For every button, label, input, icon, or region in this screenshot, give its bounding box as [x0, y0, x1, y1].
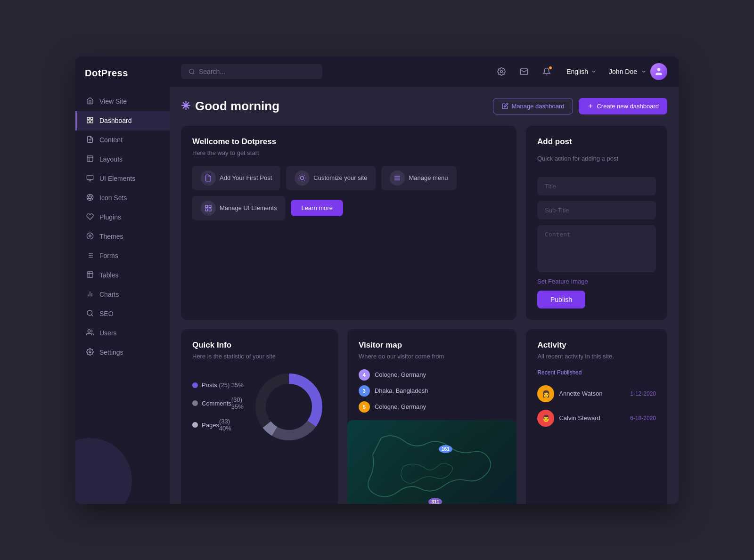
manage-menu-label: Manage menu — [409, 174, 448, 181]
stat-name: Comments — [202, 400, 231, 407]
sidebar-item-content[interactable]: Content — [75, 130, 170, 150]
post-title-input[interactable] — [537, 177, 656, 195]
post-subtitle-input[interactable] — [537, 201, 656, 219]
welcome-title: Wellcome to Dotpress — [192, 137, 505, 146]
settings-icon-btn[interactable] — [494, 64, 509, 79]
activity-title: Activity — [537, 341, 656, 350]
stat-label: Pages — [192, 422, 219, 429]
sidebar: DotPress View SiteDashboardContentLayout… — [75, 57, 170, 504]
sidebar-item-label: Settings — [99, 349, 123, 356]
user-menu[interactable]: John Doe — [609, 63, 667, 80]
iconsets-icon — [86, 194, 94, 203]
notification-badge — [549, 66, 552, 70]
language-label: English — [566, 68, 588, 75]
learn-more-button[interactable]: Learn more — [291, 200, 343, 216]
welcome-subtitle: Here the way to get start — [192, 149, 505, 156]
svg-point-29 — [87, 310, 92, 316]
svg-rect-53 — [209, 209, 211, 211]
add-first-post-button[interactable]: Add Your First Post — [192, 166, 280, 190]
sidebar-item-label: Content — [99, 136, 123, 144]
menu-icon — [393, 174, 401, 182]
visitor-map-subtitle: Where do our visitor come from — [359, 353, 506, 360]
svg-rect-51 — [205, 205, 208, 208]
activity-avatar: 👩 — [537, 385, 554, 402]
search-box[interactable]: Search... — [181, 64, 322, 79]
stat-dot — [192, 400, 198, 406]
manage-dashboard-button[interactable]: Manage dashboard — [493, 98, 573, 114]
page-title: ✳ Good morning — [181, 99, 279, 114]
sidebar-item-forms[interactable]: Forms — [75, 246, 170, 266]
mail-icon — [520, 67, 528, 76]
sidebar-item-plugins[interactable]: Plugins — [75, 208, 170, 227]
sidebar-item-label: Tables — [99, 271, 118, 279]
quick-info-subtitle: Here is the statistic of your site — [192, 353, 327, 360]
sidebar-item-tables[interactable]: Tables — [75, 266, 170, 285]
svg-point-39 — [301, 176, 304, 179]
visitor-list: 4 Cologne, Germany 3 Dhaka, Bangladesh 5… — [359, 369, 506, 413]
manage-ui-button[interactable]: Manage UI Elements — [192, 196, 285, 220]
visitor-map-section: Visitor map Where do our visitor come fr… — [347, 329, 517, 504]
add-post-subtitle: Quick action for adding a post — [537, 155, 656, 162]
stat-row: Pages (33) 40% — [192, 414, 244, 436]
stats-list: Posts (25) 35% Comments (30) 35% Pages (… — [192, 378, 244, 436]
customize-site-button[interactable]: Customize your site — [286, 166, 376, 190]
sidebar-item-charts[interactable]: Charts — [75, 285, 170, 304]
sidebar-item-icon-sets[interactable]: Icon Sets — [75, 188, 170, 208]
sidebar-item-themes[interactable]: Themes — [75, 227, 170, 246]
sidebar-item-layouts[interactable]: Layouts — [75, 150, 170, 169]
page-header-actions: Manage dashboard Create new dashboard — [493, 98, 667, 114]
sidebar-item-label: UI Elements — [99, 175, 135, 182]
svg-line-42 — [300, 175, 300, 176]
sidebar-item-label: Charts — [99, 291, 119, 298]
notification-icon-btn[interactable] — [539, 64, 554, 79]
manage-menu-button[interactable]: Manage menu — [381, 166, 456, 190]
welcome-actions: Add Your First Post Customize your site — [192, 166, 505, 220]
svg-point-33 — [189, 69, 194, 73]
menu-icon-wrapper — [390, 170, 405, 186]
svg-point-36 — [657, 68, 661, 71]
sidebar-item-settings[interactable]: Settings — [75, 343, 170, 362]
sidebar-decoration — [75, 438, 132, 504]
svg-rect-3 — [87, 121, 90, 123]
stat-value: (30) 35% — [231, 396, 244, 410]
ui-icon — [86, 174, 94, 183]
visitor-location: Dhaka, Bangladesh — [375, 387, 428, 394]
svg-line-46 — [300, 180, 300, 180]
set-feature-image-link[interactable]: Set Feature Image — [537, 278, 656, 285]
sidebar-item-users[interactable]: Users — [75, 324, 170, 343]
greeting-icon: ✳ — [181, 99, 190, 113]
svg-rect-6 — [87, 156, 93, 162]
map-label-161: 161 — [439, 445, 452, 453]
svg-line-43 — [304, 180, 305, 180]
publish-button[interactable]: Publish — [537, 291, 585, 308]
learn-more-label: Learn more — [301, 204, 332, 211]
sidebar-item-label: Layouts — [99, 155, 123, 163]
post-content-input[interactable] — [537, 225, 656, 272]
sidebar-item-view-site[interactable]: View Site — [75, 92, 170, 111]
post-icon-wrapper — [201, 170, 216, 186]
language-selector[interactable]: English — [562, 65, 601, 78]
visitor-row: 3 Dhaka, Bangladesh — [359, 385, 506, 397]
quick-info-card: Quick Info Here is the statistic of your… — [181, 329, 338, 504]
sidebar-item-seo[interactable]: SEO — [75, 304, 170, 324]
activity-date: 6-18-2020 — [630, 415, 656, 422]
svg-rect-2 — [90, 121, 93, 123]
stat-label: Posts — [192, 381, 217, 389]
grid-icon — [205, 204, 212, 212]
quick-info-title: Quick Info — [192, 341, 327, 350]
stat-label: Comments — [192, 400, 231, 407]
sidebar-item-dashboard[interactable]: Dashboard — [75, 111, 170, 130]
add-first-post-label: Add Your First Post — [220, 174, 272, 181]
mail-icon-btn[interactable] — [516, 64, 532, 79]
create-dashboard-button[interactable]: Create new dashboard — [579, 98, 667, 114]
sidebar-item-ui-elements[interactable]: UI Elements — [75, 169, 170, 188]
user-avatar — [650, 63, 667, 80]
manage-ui-label: Manage UI Elements — [220, 204, 277, 211]
visitor-location: Cologne, Germany — [375, 371, 426, 378]
content-area: ✳ Good morning Manage dashboard C — [170, 87, 679, 504]
add-post-card: Add post Quick action for adding a post … — [526, 126, 667, 320]
gear-icon — [497, 67, 506, 76]
activity-row: 👩 Annette Watson 1-12-2020 — [537, 381, 656, 406]
sidebar-item-label: Plugins — [99, 213, 121, 221]
settings-icon — [86, 348, 94, 357]
